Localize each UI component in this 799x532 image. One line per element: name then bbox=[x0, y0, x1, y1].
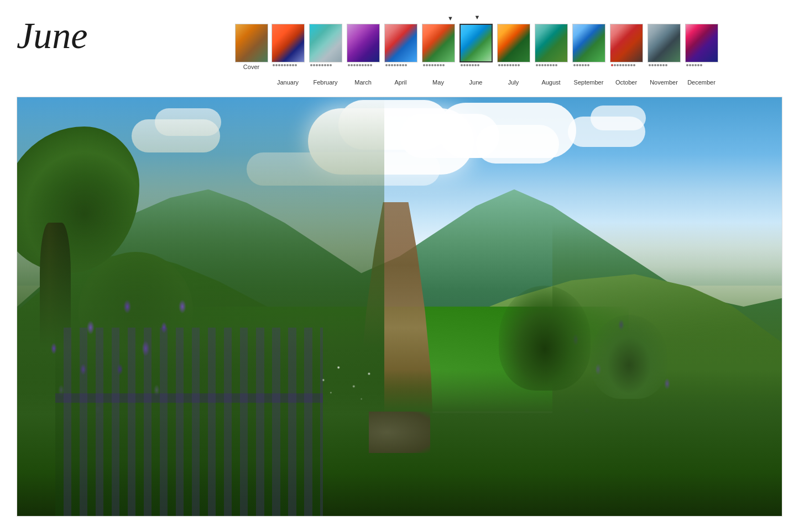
down-arrow-icon: ▼ bbox=[447, 15, 453, 22]
calendar-dot bbox=[405, 64, 407, 66]
thumb-bg-may bbox=[422, 24, 455, 62]
calendar-dot bbox=[611, 64, 613, 66]
calendar-dot bbox=[431, 64, 434, 66]
calendar-dot bbox=[614, 64, 616, 66]
calendar-dot bbox=[437, 64, 439, 66]
calendar-dot bbox=[356, 64, 358, 66]
thumb-dots-november bbox=[647, 62, 681, 78]
calendar-dot bbox=[584, 64, 587, 66]
calendar-dot bbox=[576, 64, 578, 66]
thumb-label-june: June bbox=[469, 79, 483, 86]
calendar-dot bbox=[359, 64, 361, 66]
thumb-label-december: December bbox=[687, 79, 716, 86]
thumb-dots-august bbox=[535, 62, 568, 78]
calendar-dot bbox=[362, 64, 364, 66]
thumb-item-july[interactable]: July bbox=[495, 24, 532, 86]
thumb-bg-february bbox=[310, 24, 342, 62]
calendar-dot bbox=[391, 64, 393, 66]
calendar-dot bbox=[273, 64, 275, 66]
calendar-dot bbox=[544, 64, 546, 66]
thumb-item-september[interactable]: September bbox=[571, 24, 607, 86]
calendar-dot bbox=[625, 64, 627, 66]
thumb-item-cover[interactable]: Cover bbox=[234, 24, 269, 70]
calendar-dot bbox=[649, 64, 651, 66]
calendar-dot bbox=[622, 64, 624, 66]
calendar-dot bbox=[506, 64, 509, 66]
calendar-dot bbox=[501, 64, 503, 66]
calendar-dot bbox=[469, 64, 471, 66]
thumb-item-august[interactable]: August bbox=[533, 24, 570, 86]
thumb-bg-january bbox=[272, 24, 304, 62]
thumb-image-may bbox=[422, 24, 455, 62]
calendar-dot bbox=[689, 64, 691, 66]
calendar-dot bbox=[385, 64, 388, 66]
thumb-item-december[interactable]: December bbox=[683, 24, 720, 86]
thumb-label-october: October bbox=[615, 79, 637, 86]
thumb-image-december bbox=[685, 24, 718, 62]
thumb-label-march: March bbox=[354, 79, 372, 86]
thumb-label-april: April bbox=[394, 79, 406, 86]
calendar-dot bbox=[275, 64, 278, 66]
calendar-dot bbox=[318, 64, 321, 66]
calendar-dot bbox=[477, 64, 479, 66]
thumb-image-november bbox=[647, 24, 681, 62]
thumb-item-march[interactable]: March bbox=[345, 24, 382, 86]
calendar-dot bbox=[579, 64, 581, 66]
calendar-dot bbox=[630, 64, 633, 66]
thumb-image-october bbox=[610, 24, 643, 62]
thumb-label-may: May bbox=[432, 79, 444, 86]
calendar-dot bbox=[657, 64, 659, 66]
thumb-image-september bbox=[572, 24, 605, 62]
calendar-dot bbox=[278, 64, 280, 66]
thumb-item-june[interactable]: June bbox=[458, 24, 494, 86]
calendar-dot bbox=[313, 64, 315, 66]
thumb-bg-july bbox=[498, 24, 530, 62]
thumb-item-may[interactable]: May bbox=[420, 24, 457, 86]
calendar-dot bbox=[633, 64, 635, 66]
calendar-dot bbox=[284, 64, 286, 66]
thumbnail-strip: CoverJanuaryFebruaryMarchAprilMayJuneJul… bbox=[234, 24, 720, 86]
calendar-dot bbox=[555, 64, 557, 66]
main-scene bbox=[17, 97, 782, 516]
thumb-image-august bbox=[535, 24, 568, 62]
thumb-dots-december bbox=[685, 62, 718, 78]
thumb-dots-march bbox=[347, 62, 380, 78]
calendar-dot bbox=[472, 64, 474, 66]
calendar-dot bbox=[541, 64, 544, 66]
thumb-item-february[interactable]: February bbox=[307, 24, 344, 86]
calendar-dot bbox=[518, 64, 520, 66]
calendar-dot bbox=[310, 64, 312, 66]
calendar-dot bbox=[498, 64, 500, 66]
calendar-dot bbox=[694, 64, 697, 66]
thumb-image-cover bbox=[235, 24, 268, 62]
thumb-bg-june bbox=[461, 25, 492, 61]
thumb-item-october[interactable]: October bbox=[608, 24, 645, 86]
thumb-item-november[interactable]: November bbox=[646, 24, 682, 86]
calendar-dot bbox=[509, 64, 511, 66]
calendar-dot bbox=[617, 64, 619, 66]
thumb-item-january[interactable]: January bbox=[270, 24, 306, 86]
calendar-dot bbox=[364, 64, 367, 66]
calendar-dot bbox=[367, 64, 369, 66]
thumb-label-january: January bbox=[277, 79, 299, 86]
thumb-bg-april bbox=[385, 24, 417, 62]
calendar-dot bbox=[286, 64, 289, 66]
thumb-label-september: September bbox=[574, 79, 604, 86]
calendar-dot bbox=[512, 64, 514, 66]
calendar-dot bbox=[660, 64, 662, 66]
calendar-dot bbox=[536, 64, 538, 66]
thumb-item-april[interactable]: April bbox=[383, 24, 419, 86]
thumb-image-june bbox=[459, 24, 493, 62]
calendar-dot bbox=[700, 64, 702, 66]
thumb-bg-december bbox=[686, 24, 718, 62]
thumb-dots-may bbox=[422, 62, 455, 78]
thumb-bg-cover bbox=[236, 24, 268, 62]
calendar-dot bbox=[466, 64, 468, 66]
calendar-dot bbox=[423, 64, 425, 66]
thumb-dots-september bbox=[572, 62, 605, 78]
calendar-dot bbox=[654, 64, 656, 66]
thumbnail-strip-wrapper: ▼ CoverJanuaryFebruaryMarchAprilMayJuneJ… bbox=[171, 11, 782, 86]
calendar-dot bbox=[388, 64, 390, 66]
calendar-dot bbox=[281, 64, 283, 66]
calendar-dot bbox=[316, 64, 318, 66]
